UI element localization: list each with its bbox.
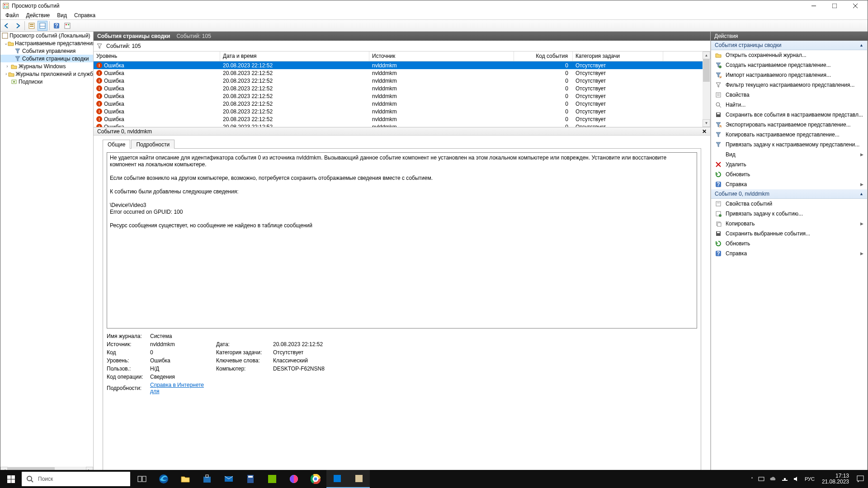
show-tree-button[interactable] (27, 21, 37, 31)
col-level[interactable]: Уровень (94, 52, 220, 61)
col-code[interactable]: Код события (514, 52, 573, 61)
close-button[interactable] (845, 0, 866, 11)
svg-rect-16 (65, 23, 70, 28)
app-edge[interactable] (153, 470, 175, 488)
action-item[interactable]: Копировать▶ (711, 219, 867, 229)
delete-icon (715, 161, 722, 168)
task-view-button[interactable] (131, 470, 153, 488)
action-delete[interactable]: Удалить (711, 160, 867, 169)
nav-root[interactable]: Просмотр событий (Локальный) (0, 32, 93, 39)
app-settings[interactable] (326, 470, 348, 488)
action-help[interactable]: ?Справка▶ (711, 179, 867, 189)
start-button[interactable] (0, 470, 22, 488)
nav-admin-events[interactable]: События управления (0, 47, 93, 55)
action-item[interactable]: Привязать задачу к настраиваемому предст… (711, 140, 867, 150)
collapse-icon[interactable]: ⌄ (4, 41, 8, 46)
tray-network-icon[interactable] (781, 475, 788, 483)
preview-close-button[interactable]: ✕ (702, 128, 707, 135)
app-generic-1[interactable] (283, 470, 305, 488)
app-explorer[interactable] (175, 470, 196, 488)
scroll-down-button[interactable]: ▼ (703, 119, 710, 127)
nav-subscriptions[interactable]: Подписки (0, 78, 93, 85)
expand-icon[interactable]: › (4, 64, 10, 69)
action-item[interactable]: Привязать задачу к событию... (711, 209, 867, 219)
refresh-icon (715, 240, 722, 247)
error-icon: ! (96, 124, 102, 127)
action-item[interactable]: Открыть сохраненный журнал... (711, 50, 867, 60)
action-item[interactable]: Фильтр текущего настраиваемого представл… (711, 80, 867, 90)
col-cat[interactable]: Категория задачи (573, 52, 663, 61)
taskbar-search[interactable]: Поиск (22, 472, 130, 486)
taskbar[interactable]: Поиск ˄ РУС 17:13 21.08.2023 (0, 470, 868, 488)
table-row[interactable]: !Ошибка20.08.2023 22:12:52nvlddmkm0Отсут… (94, 61, 703, 69)
nav-tree[interactable]: Просмотр событий (Локальный) ⌄ Настраива… (0, 32, 94, 474)
menu-help[interactable]: Справка (71, 11, 99, 19)
table-row[interactable]: !Ошибка20.08.2023 22:12:52nvlddmkm0Отсут… (94, 84, 703, 92)
event-description[interactable]: Не удается найти описание для идентифика… (107, 152, 697, 328)
scroll-up-button[interactable]: ▲ (703, 52, 710, 59)
action-item[interactable]: Сохранить все события в настраиваемом пр… (711, 110, 867, 120)
tray-chevron-icon[interactable]: ˄ (751, 477, 753, 482)
actions-title: Действия (711, 32, 868, 41)
action-item[interactable]: Сохранить выбранные события... (711, 229, 867, 239)
help-button[interactable]: ? (52, 21, 61, 31)
menu-action[interactable]: Действие (23, 11, 54, 19)
scroll-thumb[interactable] (703, 59, 710, 82)
app-calculator[interactable] (240, 470, 261, 488)
nav-windows-logs[interactable]: › Журналы Windows (0, 62, 93, 70)
actions-group-2[interactable]: Событие 0, nvlddmkm▲ (711, 189, 867, 199)
table-row[interactable]: !Ошибка20.08.2023 22:12:52nvlddmkm0Отсут… (94, 69, 703, 77)
forward-button[interactable] (13, 21, 23, 31)
tab-general[interactable]: Общие (103, 140, 130, 149)
table-row[interactable]: !Ошибка20.08.2023 22:12:52nvlddmkm0Отсут… (94, 123, 703, 127)
minimize-button[interactable] (803, 0, 824, 11)
action-refresh[interactable]: Обновить (711, 169, 867, 179)
app-event-viewer[interactable] (348, 470, 370, 488)
back-button[interactable] (2, 21, 12, 31)
action-item[interactable]: Свойства событий (711, 199, 867, 209)
col-date[interactable]: Дата и время (220, 52, 369, 61)
action-item[interactable]: Найти... (711, 100, 867, 110)
table-row[interactable]: !Ошибка20.08.2023 22:12:52nvlddmkm0Отсут… (94, 115, 703, 123)
tray-lang[interactable]: РУС (805, 476, 815, 482)
nav-custom-views[interactable]: ⌄ Настраиваемые представления (0, 39, 93, 47)
titlebar[interactable]: Просмотр событий (0, 0, 868, 11)
app-nvidia[interactable] (261, 470, 283, 488)
action-item[interactable]: Копировать настраиваемое представление..… (711, 130, 867, 140)
app-chrome[interactable] (305, 470, 326, 488)
action-item[interactable]: ?Справка▶ (711, 249, 867, 258)
tray-volume-icon[interactable] (793, 475, 800, 483)
table-row[interactable]: !Ошибка20.08.2023 22:12:52nvlddmkm0Отсут… (94, 108, 703, 115)
tray-clock[interactable]: 17:13 21.08.2023 (822, 473, 849, 485)
refresh-button[interactable] (62, 21, 72, 31)
actions-group-1[interactable]: События страницы сводки▲ (711, 41, 867, 50)
action-item[interactable]: Свойства (711, 90, 867, 100)
action-item[interactable]: Создать настраиваемое представление... (711, 60, 867, 70)
events-grid[interactable]: Уровень Дата и время Источник Код событи… (94, 52, 703, 127)
preview-pane-button[interactable] (38, 21, 47, 31)
nav-app-logs[interactable]: › Журналы приложений и служб (0, 70, 93, 78)
expand-icon[interactable]: › (4, 71, 8, 76)
tray-onedrive-icon[interactable] (769, 475, 777, 483)
app-mail[interactable] (218, 470, 240, 488)
action-item[interactable]: Экспортировать настраиваемое представлен… (711, 120, 867, 130)
action-item[interactable]: Обновить (711, 239, 867, 249)
tray-icon-1[interactable] (758, 475, 765, 483)
col-source[interactable]: Источник (369, 52, 514, 61)
system-tray[interactable]: ˄ РУС 17:13 21.08.2023 (747, 470, 868, 488)
app-store[interactable] (196, 470, 218, 488)
nav-summary-events[interactable]: События страницы сводки (0, 55, 93, 62)
table-row[interactable]: !Ошибка20.08.2023 22:12:52nvlddmkm0Отсут… (94, 100, 703, 108)
grid-v-scrollbar[interactable]: ▲ ▼ (703, 52, 710, 127)
details-help-link[interactable]: Справка в Интернете для (150, 382, 213, 394)
svg-rect-12 (40, 23, 45, 28)
action-item[interactable]: Импорт настраиваемого представления... (711, 70, 867, 80)
table-row[interactable]: !Ошибка20.08.2023 22:12:52nvlddmkm0Отсут… (94, 92, 703, 100)
table-row[interactable]: !Ошибка20.08.2023 22:12:52nvlddmkm0Отсут… (94, 77, 703, 84)
action-view[interactable]: Вид▶ (711, 150, 867, 160)
menu-view[interactable]: Вид (53, 11, 71, 19)
maximize-button[interactable] (824, 0, 845, 11)
tab-details[interactable]: Подробности (131, 140, 175, 149)
menu-file[interactable]: Файл (2, 11, 23, 19)
tray-notifications-icon[interactable] (856, 475, 864, 483)
